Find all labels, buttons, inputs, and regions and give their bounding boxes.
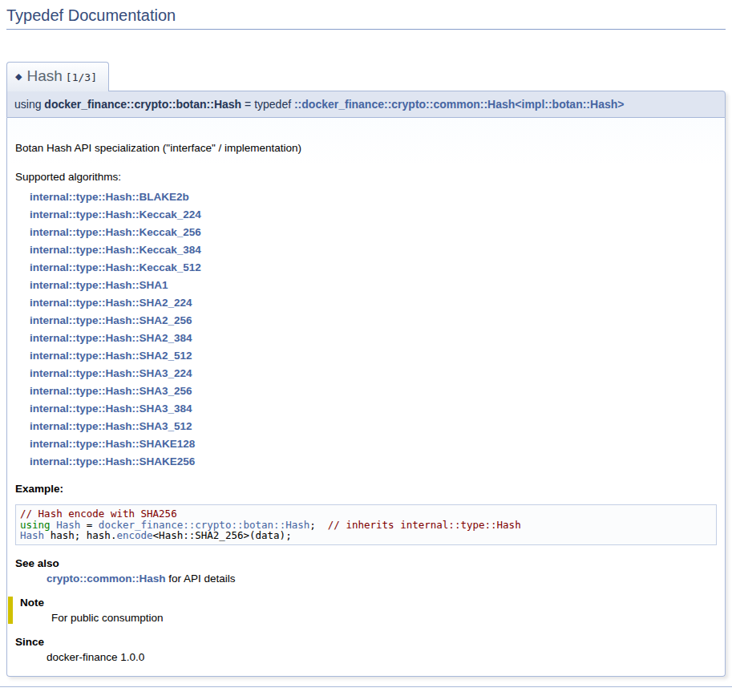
note-section: Note For public consumption [8,597,717,624]
since-section: Since docker-finance 1.0.0 [15,636,717,663]
see-also-link[interactable]: crypto::common::Hash [47,573,166,585]
algorithm-link[interactable]: internal::type::Hash::BLAKE2b [30,191,189,203]
algorithm-link[interactable]: internal::type::Hash::Keccak_512 [30,261,201,273]
signature-equals: = typedef [241,98,294,111]
list-item: internal::type::Hash::SHAKE128 [30,435,717,453]
list-item: internal::type::Hash::Keccak_224 [30,206,717,224]
typedef-name: docker_finance::crypto::botan::Hash [44,98,241,111]
see-also-content: crypto::common::Hash for API details [47,573,717,585]
typedef-member: ◆Hash[1/3] using docker_finance::crypto:… [6,62,726,677]
algorithm-link[interactable]: internal::type::Hash::SHAKE128 [30,438,195,450]
list-item: internal::type::Hash::Keccak_512 [30,259,717,277]
note-label: Note [16,597,717,609]
see-also-text: for API details [166,573,236,585]
algorithm-link[interactable]: internal::type::Hash::Keccak_256 [30,226,201,238]
algorithm-link[interactable]: internal::type::Hash::Keccak_384 [30,244,201,256]
see-also-section: See also crypto::common::Hash for API de… [15,557,717,585]
algorithm-link[interactable]: internal::type::Hash::SHA3_224 [30,367,192,379]
algorithm-link[interactable]: internal::type::Hash::Keccak_224 [30,208,201,221]
algorithm-link[interactable]: internal::type::Hash::SHA1 [30,279,168,291]
note-text: For public consumption [51,612,717,624]
typedef-target-link[interactable]: ::docker_finance::crypto::common::Hash<i… [294,98,624,111]
algorithm-link[interactable]: internal::type::Hash::SHA2_512 [30,350,192,362]
list-item: internal::type::Hash::SHA2_512 [30,347,717,365]
algorithm-list: internal::type::Hash::BLAKE2b internal::… [30,188,717,471]
algorithm-link[interactable]: internal::type::Hash::SHA3_384 [30,403,192,415]
algorithm-link[interactable]: internal::type::Hash::SHA3_256 [30,385,192,397]
list-item: internal::type::Hash::BLAKE2b [30,188,717,206]
overload-badge: [1/3] [66,71,97,83]
list-item: internal::type::Hash::SHA3_384 [30,400,717,418]
member-tab: ◆Hash[1/3] [6,62,109,91]
list-item: internal::type::Hash::SHA2_384 [30,330,717,347]
code-block: // Hash encode with SHA256using Hash = d… [15,504,717,545]
code-comment: // inherits internal::type::Hash [328,519,521,531]
algorithm-link[interactable]: internal::type::Hash::SHAKE256 [30,455,195,467]
code-text: <Hash::SHA2_256>(data); [153,529,292,541]
typedef-signature: using docker_finance::crypto::botan::Has… [6,91,726,118]
list-item: internal::type::Hash::Keccak_384 [30,241,717,259]
list-item: internal::type::Hash::SHA3_224 [30,365,717,382]
brief-description: Botan Hash API specialization ("interfac… [15,142,717,154]
list-item: internal::type::Hash::SHA1 [30,277,717,294]
example-label: Example: [15,483,717,495]
algorithm-link[interactable]: internal::type::Hash::SHA2_256 [30,314,192,326]
code-text: hash; hash. [44,529,116,541]
list-item: internal::type::Hash::SHA2_224 [30,294,717,312]
page-title: Typedef Documentation [6,6,726,30]
algorithm-link[interactable]: internal::type::Hash::SHA2_384 [30,332,192,344]
member-documentation: Botan Hash API specialization ("interfac… [6,118,726,677]
see-also-label: See also [15,557,717,569]
code-line: // Hash encode with SHA256 [20,508,712,520]
algorithm-link[interactable]: internal::type::Hash::SHA3_512 [30,420,192,432]
list-item: internal::type::Hash::SHA3_512 [30,418,717,435]
supported-algorithms-label: Supported algorithms: [15,171,717,183]
since-text: docker-finance 1.0.0 [47,651,717,663]
permalink-diamond-icon[interactable]: ◆ [15,71,22,81]
member-name: Hash [26,67,62,84]
code-hash-link[interactable]: Hash [20,529,44,541]
algorithm-link[interactable]: internal::type::Hash::SHA2_224 [30,297,192,309]
code-line: using Hash = docker_finance::crypto::bot… [20,520,712,531]
list-item: internal::type::Hash::SHA2_256 [30,312,717,330]
code-text: ; [309,519,328,531]
doc-contents: Typedef Documentation ◆Hash[1/3] using d… [0,6,732,677]
code-line: Hash hash; hash.encode<Hash::SHA2_256>(d… [20,530,712,541]
code-encode-link[interactable]: encode [116,529,152,541]
footer-divider [0,686,732,687]
signature-prefix: using [14,98,44,111]
list-item: internal::type::Hash::Keccak_256 [30,224,717,241]
list-item: internal::type::Hash::SHA3_256 [30,382,717,400]
since-label: Since [15,636,717,648]
list-item: internal::type::Hash::SHAKE256 [30,453,717,471]
